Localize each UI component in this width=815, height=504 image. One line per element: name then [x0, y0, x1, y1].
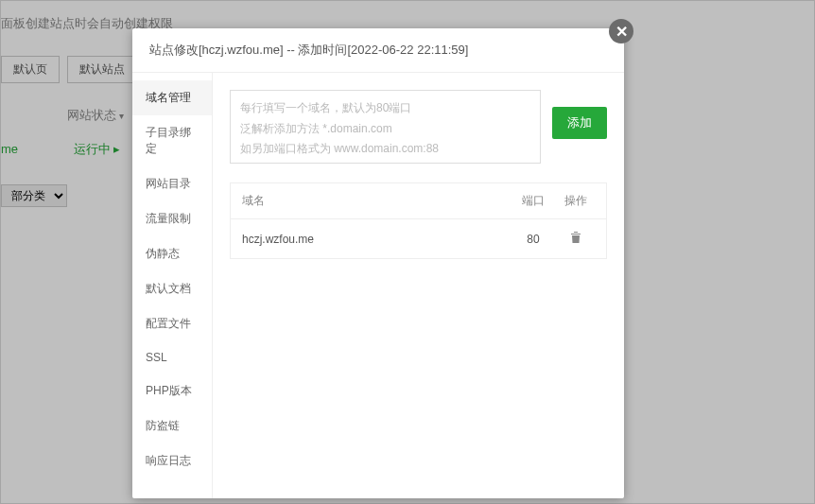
dialog-title: 站点修改[hczj.wzfou.me] -- 添加时间[2022-06-22 2…: [132, 28, 624, 73]
tab-site-dir[interactable]: 网站目录: [132, 166, 212, 201]
side-tabs: 域名管理 子目录绑定 网站目录 流量限制 伪静态 默认文档 配置文件 SSL P…: [132, 73, 213, 498]
tab-rewrite[interactable]: 伪静态: [132, 236, 212, 271]
delete-icon[interactable]: [570, 231, 581, 247]
domain-input-row: 添加: [230, 90, 607, 164]
action-cell: [557, 231, 595, 247]
domain-cell: hczj.wzfou.me: [242, 233, 510, 246]
tab-traffic-limit[interactable]: 流量限制: [132, 201, 212, 236]
tab-subdir-bind[interactable]: 子目录绑定: [132, 115, 212, 166]
header-domain: 域名: [242, 193, 510, 209]
tab-php-version[interactable]: PHP版本: [132, 374, 212, 408]
tab-domain-manage[interactable]: 域名管理: [132, 80, 212, 115]
tab-ssl[interactable]: SSL: [132, 341, 212, 374]
dialog-body: 域名管理 子目录绑定 网站目录 流量限制 伪静态 默认文档 配置文件 SSL P…: [132, 73, 624, 498]
site-edit-dialog: ✕ 站点修改[hczj.wzfou.me] -- 添加时间[2022-06-22…: [132, 28, 624, 498]
header-port: 端口: [510, 193, 557, 209]
add-domain-button[interactable]: 添加: [552, 107, 607, 139]
header-action: 操作: [557, 193, 595, 209]
table-row: hczj.wzfou.me 80: [231, 219, 606, 258]
tab-response-log[interactable]: 响应日志: [132, 443, 212, 478]
tab-anti-leech[interactable]: 防盗链: [132, 408, 212, 443]
close-button[interactable]: ✕: [609, 19, 633, 43]
domain-textarea[interactable]: [230, 90, 541, 164]
tab-default-doc[interactable]: 默认文档: [132, 271, 212, 306]
close-icon: ✕: [616, 23, 628, 41]
tab-content: 添加 域名 端口 操作 hczj.wzfou.me 80: [213, 73, 624, 498]
port-cell: 80: [510, 233, 557, 246]
domain-table: 域名 端口 操作 hczj.wzfou.me 80: [230, 182, 607, 259]
tab-config-file[interactable]: 配置文件: [132, 306, 212, 341]
domain-table-header: 域名 端口 操作: [231, 183, 606, 219]
